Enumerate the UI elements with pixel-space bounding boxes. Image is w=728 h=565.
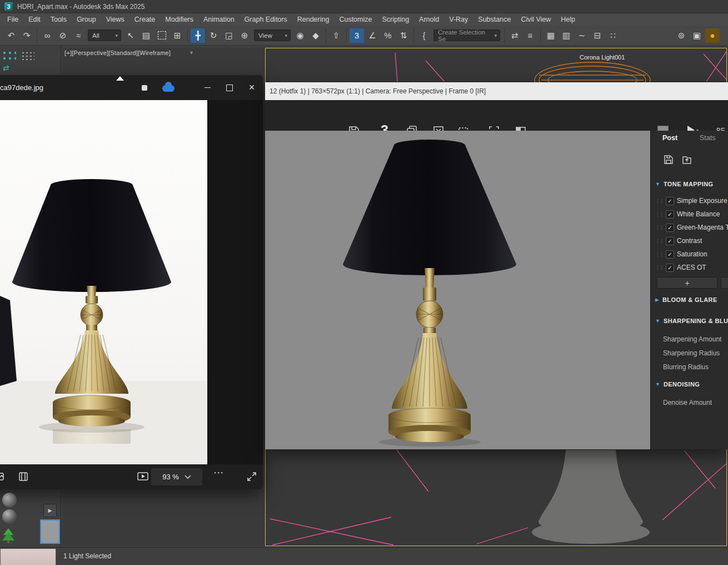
onedrive-icon[interactable]: [162, 82, 173, 93]
viewport-label-menu[interactable]: [+][Perspective][Standard][Wireframe]: [64, 49, 171, 56]
material-sample-sphere-icon[interactable]: [2, 493, 17, 507]
tab-post[interactable]: Post: [662, 134, 677, 142]
save-config-icon[interactable]: [663, 154, 674, 167]
flyout-expand-button[interactable]: ▶: [43, 504, 57, 517]
unlink-selection-icon[interactable]: ⊘: [56, 28, 70, 43]
tab-stats[interactable]: Stats: [700, 134, 716, 142]
tone-op-row[interactable]: ⋮⋮ ✓ Contrast: [651, 234, 728, 247]
schematic-view-icon[interactable]: ⊟: [590, 28, 605, 43]
spinner-snap-icon[interactable]: ⇅: [396, 28, 411, 43]
menu-customize[interactable]: Customize: [334, 13, 377, 26]
menu-modifiers[interactable]: Modifiers: [160, 13, 198, 26]
film-strip-icon[interactable]: [18, 471, 29, 484]
named-selection-set-dropdown[interactable]: Create Selection Se ▾: [433, 29, 500, 41]
tone-op-row[interactable]: ⋮⋮ ✓ Green-Magenta Ti: [651, 221, 728, 234]
checkbox[interactable]: ✓: [666, 264, 674, 272]
menu-edit[interactable]: Edit: [23, 13, 46, 26]
section-tone-mapping[interactable]: ▼ TONE MAPPING: [655, 180, 713, 189]
render-setup-icon[interactable]: ⊚: [674, 28, 689, 43]
section-denoising[interactable]: ▼ DENOISING: [655, 380, 700, 389]
render-production-teapot-icon[interactable]: ●: [705, 28, 720, 43]
tone-op-row[interactable]: ⋮⋮ ✓ White Balance: [651, 207, 728, 221]
tone-op-row[interactable]: ⋮⋮ ✓ ACES OT: [651, 261, 728, 274]
menu-arnold[interactable]: Arnold: [414, 13, 444, 26]
percent-snap-icon[interactable]: %: [381, 28, 395, 43]
checkbox[interactable]: ✓: [666, 237, 674, 245]
section-sharpening-blurring[interactable]: ▼ SHARPENING & BLU: [655, 316, 728, 325]
bind-to-spacewarp-icon[interactable]: ≈: [71, 28, 86, 43]
select-and-place-icon[interactable]: ⊕: [237, 28, 252, 43]
slideshow-icon[interactable]: [137, 471, 149, 484]
selected-material-swatch[interactable]: [40, 519, 60, 544]
partial-button[interactable]: [721, 277, 728, 289]
curve-editor-icon[interactable]: ∼: [575, 28, 589, 43]
menu-civil-view[interactable]: Civil View: [516, 13, 556, 26]
menu-vray[interactable]: V-Ray: [444, 13, 473, 26]
menu-group[interactable]: Group: [72, 13, 101, 26]
keyboard-shortcut-override-icon[interactable]: ⇧: [329, 28, 343, 43]
edit-named-selection-sets-icon[interactable]: {: [417, 28, 431, 43]
fullscreen-icon[interactable]: [246, 471, 257, 484]
drag-handle-icon[interactable]: ⋮⋮: [655, 198, 663, 204]
chevron-down-icon[interactable]: [185, 475, 191, 479]
menu-animation[interactable]: Animation: [198, 13, 240, 26]
drag-handle-icon[interactable]: ⋮⋮: [655, 225, 663, 230]
select-and-link-icon[interactable]: ∞: [40, 28, 54, 43]
select-and-rotate-icon[interactable]: ↻: [206, 28, 221, 43]
menu-scripting[interactable]: Scripting: [377, 13, 414, 26]
select-object-icon[interactable]: ↖: [123, 28, 138, 43]
snaps-toggle-3d-icon[interactable]: 3: [350, 28, 364, 43]
redo-icon[interactable]: ↷: [19, 28, 34, 43]
use-pivot-center-icon[interactable]: ◉: [293, 28, 307, 43]
section-bloom-glare[interactable]: ▶ BLOOM & GLARE: [655, 295, 717, 304]
rectangular-selection-region-icon[interactable]: [154, 28, 169, 43]
checkbox[interactable]: ✓: [666, 250, 674, 259]
tree-plugin-icon[interactable]: [1, 527, 16, 546]
drag-handle-icon[interactable]: ⋮⋮: [655, 238, 663, 244]
viewport-filter-icon[interactable]: ▼: [189, 50, 194, 56]
undo-icon[interactable]: ↶: [4, 28, 18, 43]
menu-views[interactable]: Views: [101, 13, 129, 26]
reference-coordinate-dropdown[interactable]: View ▾: [254, 29, 291, 41]
select-and-manipulate-icon[interactable]: ◆: [308, 28, 323, 43]
menu-tools[interactable]: Tools: [46, 13, 72, 26]
photo-canvas[interactable]: [0, 100, 207, 464]
angle-snap-icon[interactable]: ∠: [365, 28, 380, 43]
menu-create[interactable]: Create: [129, 13, 161, 26]
mirror-icon[interactable]: ⇄: [507, 28, 522, 43]
color-swatch[interactable]: [0, 548, 56, 565]
align-icon[interactable]: ≡: [523, 28, 537, 43]
dot-grid-icon[interactable]: [21, 51, 34, 61]
axis-constraint-arrows-icon[interactable]: ⇄: [3, 63, 9, 72]
select-and-move-icon[interactable]: ╋: [191, 28, 205, 43]
add-tone-operator-button[interactable]: +: [657, 277, 717, 289]
menu-file[interactable]: File: [2, 13, 23, 26]
maximize-button[interactable]: [218, 75, 241, 100]
rendered-frame-window-icon[interactable]: ▣: [690, 28, 704, 43]
minimize-button[interactable]: [196, 75, 218, 100]
checkbox[interactable]: ✓: [666, 197, 674, 205]
menu-graph-editors[interactable]: Graph Editors: [240, 13, 292, 26]
tone-op-row[interactable]: ⋮⋮ ✓ Simple Exposure: [651, 194, 728, 207]
tone-op-row[interactable]: ⋮⋮ ✓ Saturation: [651, 247, 728, 261]
drag-handle-icon[interactable]: ⋮⋮: [655, 265, 663, 270]
selection-filter-dropdown[interactable]: All ▾: [88, 29, 121, 41]
close-button[interactable]: ×: [241, 75, 263, 100]
menu-help[interactable]: Help: [556, 13, 580, 26]
zoom-control[interactable]: 93 %: [151, 468, 202, 485]
scene-explorer-icon[interactable]: ▥: [559, 28, 574, 43]
vfb-render-canvas[interactable]: [265, 131, 650, 449]
checkbox[interactable]: ✓: [666, 224, 674, 232]
select-and-scale-icon[interactable]: ◲: [222, 28, 236, 43]
checkbox[interactable]: ✓: [666, 210, 674, 219]
load-config-icon[interactable]: [681, 154, 692, 167]
menu-substance[interactable]: Substance: [473, 13, 516, 26]
material-editor-icon[interactable]: ∷: [606, 28, 620, 43]
material-sample-sphere-icon[interactable]: [2, 509, 17, 524]
select-by-name-icon[interactable]: ▤: [139, 28, 153, 43]
layer-explorer-icon[interactable]: ▦: [543, 28, 558, 43]
window-crossing-icon[interactable]: ⊞: [170, 28, 185, 43]
gallery-strip-icon[interactable]: [0, 471, 4, 484]
viewport-layout-icon[interactable]: [2, 50, 16, 61]
menu-rendering[interactable]: Rendering: [292, 13, 335, 26]
